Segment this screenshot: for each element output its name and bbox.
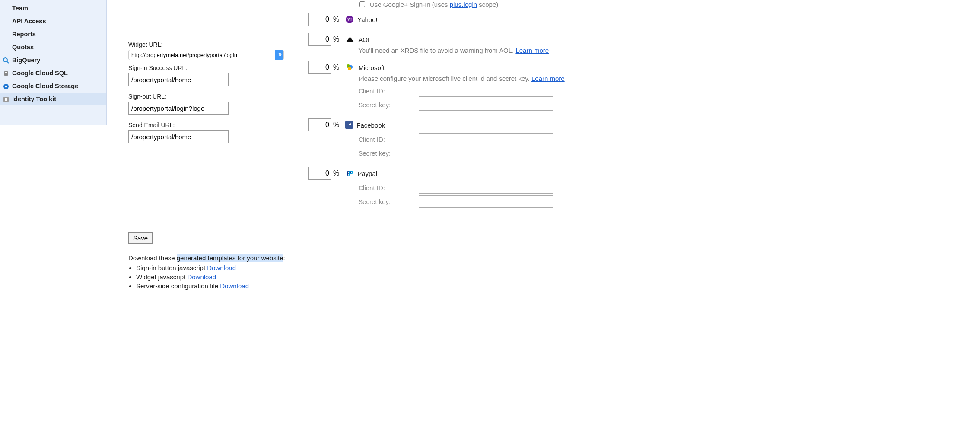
- sidebar-item-bigquery[interactable]: BigQuery: [0, 54, 106, 67]
- download-link-signin-button[interactable]: Download: [207, 264, 236, 271]
- yahoo-percent-input[interactable]: [308, 13, 331, 26]
- svg-line-1: [7, 61, 9, 63]
- sidebar-item-label: Identity Toolkit: [12, 96, 56, 102]
- svg-rect-7: [5, 98, 7, 101]
- microsoft-name: Microsoft: [358, 64, 385, 71]
- percent-sign: %: [333, 13, 339, 26]
- facebook-secret-key-label: Secret key:: [358, 150, 419, 157]
- sidebar-item-label: Google Cloud Storage: [12, 83, 78, 89]
- sidebar-item-label: Team: [12, 5, 28, 12]
- sidebar-item-label: Quotas: [12, 44, 34, 51]
- paypal-name: Paypal: [357, 170, 377, 177]
- yahoo-name: Yahoo!: [357, 16, 377, 23]
- download-link-widget[interactable]: Download: [187, 273, 216, 281]
- toolkit-icon: [3, 96, 10, 103]
- paypal-icon: PP: [345, 169, 354, 178]
- microsoft-percent-input[interactable]: [308, 61, 331, 74]
- facebook-percent-input[interactable]: [308, 118, 331, 131]
- sidebar-item-cloud-storage[interactable]: Google Cloud Storage: [0, 80, 106, 93]
- sidebar-item-reports[interactable]: Reports: [0, 28, 106, 41]
- signin-success-input[interactable]: [128, 73, 229, 86]
- sidebar-item-cloud-sql[interactable]: Google Cloud SQL: [0, 67, 106, 80]
- percent-sign: %: [333, 33, 339, 46]
- sidebar-item-label: Google Cloud SQL: [12, 70, 68, 77]
- facebook-client-id-label: Client ID:: [358, 136, 419, 143]
- svg-point-12: [348, 67, 351, 70]
- svg-rect-3: [5, 72, 7, 73]
- microsoft-client-id-label: Client ID:: [358, 87, 419, 95]
- google-plus-label: Use Google+ Sign-In (uses plus.login sco…: [370, 1, 498, 8]
- sidebar-item-label: API Access: [12, 18, 46, 25]
- paypal-percent-input[interactable]: [308, 167, 331, 180]
- widget-url-label: Widget URL:: [128, 41, 299, 48]
- search-icon: [3, 57, 10, 64]
- facebook-secret-key-input[interactable]: [419, 147, 553, 159]
- plus-login-link[interactable]: plus.login: [450, 1, 477, 8]
- disk-icon: [3, 83, 10, 90]
- column-divider: [299, 0, 299, 233]
- sidebar-item-label: Reports: [12, 31, 36, 38]
- google-plus-checkbox[interactable]: [359, 1, 365, 7]
- sidebar-item-identity-toolkit[interactable]: Identity Toolkit: [0, 93, 106, 105]
- send-email-url-label: Send Email URL:: [128, 121, 299, 128]
- db-icon: [3, 70, 10, 77]
- svg-point-5: [5, 86, 7, 88]
- send-email-url-input[interactable]: [128, 130, 229, 143]
- aol-percent-input[interactable]: [308, 33, 331, 46]
- aol-icon: [345, 36, 355, 43]
- sidebar-item-api-access[interactable]: API Access: [0, 15, 106, 28]
- paypal-client-id-label: Client ID:: [358, 184, 419, 192]
- facebook-client-id-input[interactable]: [419, 133, 553, 145]
- facebook-name: Facebook: [356, 121, 385, 129]
- percent-sign: %: [333, 61, 339, 74]
- svg-text:Y!: Y!: [347, 17, 352, 22]
- microsoft-secret-key-label: Secret key:: [358, 101, 419, 109]
- download-item: Sign-in button javascript Download: [136, 264, 299, 271]
- svg-rect-2: [4, 71, 8, 76]
- download-link-server-config[interactable]: Download: [220, 282, 249, 290]
- signout-url-input[interactable]: [128, 102, 229, 115]
- svg-text:f: f: [349, 122, 351, 129]
- sidebar-item-quotas[interactable]: Quotas: [0, 41, 106, 54]
- sidebar-item-label: BigQuery: [12, 57, 40, 64]
- aol-name: AOL: [358, 36, 371, 43]
- percent-sign: %: [333, 118, 339, 131]
- microsoft-subtext: Please configure your Microsoft live cli…: [358, 75, 963, 82]
- download-text: Download these generated templates for y…: [128, 254, 299, 262]
- microsoft-learn-more-link[interactable]: Learn more: [531, 75, 565, 82]
- paypal-secret-key-label: Secret key:: [358, 198, 419, 205]
- save-button[interactable]: Save: [128, 232, 153, 244]
- sidebar: Team API Access Reports Quotas BigQuery …: [0, 0, 107, 125]
- paypal-client-id-input[interactable]: [419, 182, 553, 194]
- signin-success-label: Sign-in Success URL:: [128, 64, 299, 71]
- microsoft-secret-key-input[interactable]: [419, 99, 553, 111]
- microsoft-icon: [345, 63, 355, 72]
- aol-subtext: You'll need an XRDS file to avoid a warn…: [358, 47, 963, 54]
- download-item: Widget javascript Download: [136, 273, 299, 281]
- paypal-secret-key-input[interactable]: [419, 195, 553, 208]
- svg-text:P: P: [348, 170, 353, 177]
- percent-sign: %: [333, 167, 339, 180]
- sidebar-item-team[interactable]: Team: [0, 2, 106, 15]
- yahoo-icon: Y!: [345, 15, 354, 24]
- signout-url-label: Sign-out URL:: [128, 93, 299, 100]
- aol-learn-more-link[interactable]: Learn more: [515, 47, 549, 54]
- microsoft-client-id-input[interactable]: [419, 85, 553, 97]
- download-item: Server-side configuration file Download: [136, 282, 299, 290]
- facebook-icon: f: [345, 121, 353, 129]
- widget-url-select[interactable]: http://propertymela.net/propertyportal/l…: [128, 50, 284, 60]
- svg-point-0: [3, 58, 7, 62]
